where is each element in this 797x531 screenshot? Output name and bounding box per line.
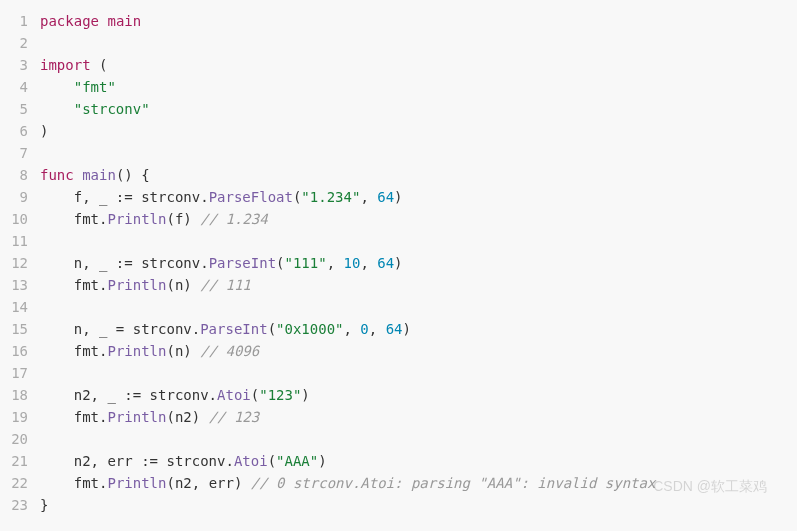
token-punct: ,: [327, 255, 344, 271]
line-content: "strconv": [40, 98, 797, 120]
token-str: "0x1000": [276, 321, 343, 337]
line-number: 11: [0, 230, 40, 252]
code-line: 12 n, _ := strconv.ParseInt("111", 10, 6…: [0, 252, 797, 274]
line-number: 10: [0, 208, 40, 230]
token-ident: strconv: [141, 255, 200, 271]
code-line: 1package main: [0, 10, 797, 32]
token-pkg: main: [107, 13, 141, 29]
code-line: 21 n2, err := strconv.Atoi("AAA"): [0, 450, 797, 472]
line-content: [40, 230, 797, 252]
token-ident: err: [107, 453, 132, 469]
line-number: 18: [0, 384, 40, 406]
token-punct: ): [183, 343, 200, 359]
token-punct: (: [166, 343, 174, 359]
token-punct: (: [166, 475, 174, 491]
code-line: 6): [0, 120, 797, 142]
token-punct: (: [251, 387, 259, 403]
token-punct: ): [234, 475, 251, 491]
token-punct: ): [40, 123, 48, 139]
token-punct: , _ :=: [82, 189, 141, 205]
code-line: 18 n2, _ := strconv.Atoi("123"): [0, 384, 797, 406]
token-punct: ,: [360, 189, 377, 205]
code-line: 3import (: [0, 54, 797, 76]
token-ident: n2: [175, 475, 192, 491]
token-call: main: [82, 167, 116, 183]
line-content: fmt.Println(n) // 4096: [40, 340, 797, 362]
token-str: "123": [259, 387, 301, 403]
line-content: func main() {: [40, 164, 797, 186]
token-punct: ): [192, 409, 209, 425]
token-punct: ,: [91, 453, 108, 469]
line-number: 7: [0, 142, 40, 164]
line-content: n, _ = strconv.ParseInt("0x1000", 0, 64): [40, 318, 797, 340]
token-comment: // 0 strconv.Atoi: parsing "AAA": invali…: [251, 475, 656, 491]
token-punct: ): [394, 189, 402, 205]
token-punct: ,: [369, 321, 386, 337]
token-call: Println: [107, 211, 166, 227]
watermark-text: CSDN @软工菜鸡: [653, 475, 767, 497]
token-punct: (: [268, 321, 276, 337]
token-num: 0: [360, 321, 368, 337]
line-number: 19: [0, 406, 40, 428]
code-line: 5 "strconv": [0, 98, 797, 120]
code-line: 7: [0, 142, 797, 164]
line-number: 8: [0, 164, 40, 186]
line-content: n2, err := strconv.Atoi("AAA"): [40, 450, 797, 472]
token-punct: .: [192, 321, 200, 337]
token-punct: :=: [133, 453, 167, 469]
token-punct: , _ :=: [91, 387, 150, 403]
token-ident: strconv: [133, 321, 192, 337]
token-call: Println: [107, 409, 166, 425]
token-punct: .: [225, 453, 233, 469]
token-punct: () {: [116, 167, 150, 183]
code-line: 19 fmt.Println(n2) // 123: [0, 406, 797, 428]
token-punct: ): [403, 321, 411, 337]
token-punct: (: [276, 255, 284, 271]
line-content: f, _ := strconv.ParseFloat("1.234", 64): [40, 186, 797, 208]
token-punct: ): [318, 453, 326, 469]
line-content: [40, 142, 797, 164]
token-num: 64: [377, 189, 394, 205]
token-str: "fmt": [74, 79, 116, 95]
line-number: 5: [0, 98, 40, 120]
token-kw: package: [40, 13, 99, 29]
line-number: 17: [0, 362, 40, 384]
line-number: 21: [0, 450, 40, 472]
token-ident: n: [74, 321, 82, 337]
token-kw: import: [40, 57, 91, 73]
line-content: }: [40, 494, 797, 516]
line-number: 9: [0, 186, 40, 208]
code-line: 8func main() {: [0, 164, 797, 186]
token-call: Println: [107, 277, 166, 293]
token-punct: .: [200, 255, 208, 271]
token-call: Atoi: [217, 387, 251, 403]
line-number: 22: [0, 472, 40, 494]
token-ident: fmt: [74, 211, 99, 227]
token-ident: fmt: [74, 409, 99, 425]
token-punct: ,: [360, 255, 377, 271]
token-punct: (: [166, 409, 174, 425]
line-number: 6: [0, 120, 40, 142]
token-call: ParseInt: [200, 321, 267, 337]
line-content: fmt.Println(f) // 1.234: [40, 208, 797, 230]
code-block: 1package main2 3import (4 "fmt"5 "strcon…: [0, 10, 797, 516]
token-comment: // 111: [200, 277, 251, 293]
token-comment: // 1.234: [200, 211, 267, 227]
line-number: 3: [0, 54, 40, 76]
token-ident: strconv: [150, 387, 209, 403]
token-comment: // 123: [209, 409, 260, 425]
code-line: 13 fmt.Println(n) // 111: [0, 274, 797, 296]
token-punct: [74, 167, 82, 183]
line-number: 20: [0, 428, 40, 450]
token-punct: ): [394, 255, 402, 271]
code-line: 10 fmt.Println(f) // 1.234: [0, 208, 797, 230]
token-str: "AAA": [276, 453, 318, 469]
code-line: 17: [0, 362, 797, 384]
line-number: 16: [0, 340, 40, 362]
token-ident: n2: [74, 453, 91, 469]
line-number: 23: [0, 494, 40, 516]
token-ident: fmt: [74, 277, 99, 293]
line-number: 4: [0, 76, 40, 98]
token-ident: strconv: [166, 453, 225, 469]
code-line: 9 f, _ := strconv.ParseFloat("1.234", 64…: [0, 186, 797, 208]
